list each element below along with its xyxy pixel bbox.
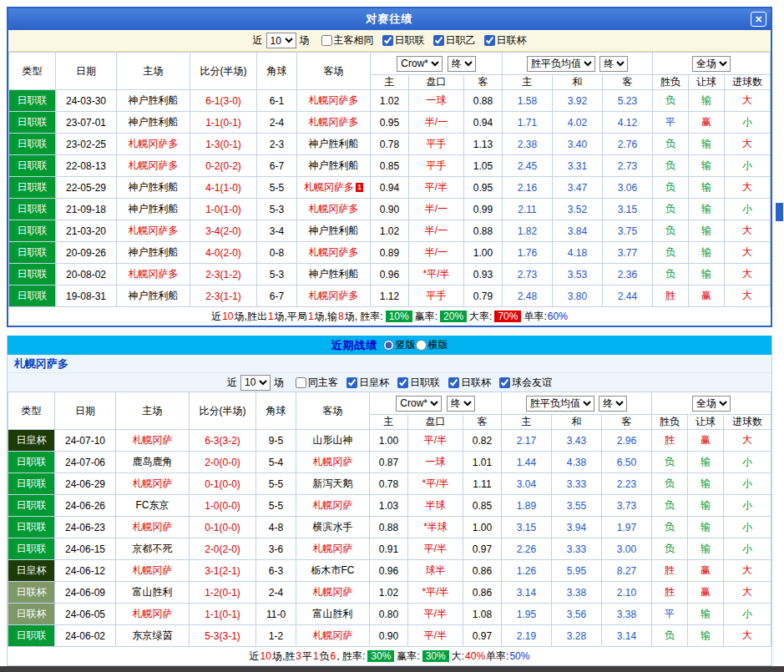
result-goals: 大 <box>724 560 771 582</box>
europe-draw-odds: 3.84 <box>553 220 603 242</box>
summary-segment: 赢率: <box>397 649 419 664</box>
europe-company-select[interactable]: 胜平负均值 <box>527 56 595 72</box>
away-team[interactable]: 札幌冈萨多 <box>297 285 371 307</box>
h2h-filter-option[interactable]: 日职联 <box>382 33 425 48</box>
handicap-home-odds: 0.91 <box>370 538 408 560</box>
summary-segment: 负 <box>320 649 330 664</box>
close-button[interactable]: ✕ <box>751 12 766 27</box>
away-team[interactable]: 札幌冈萨多 <box>297 242 371 264</box>
scrollbar-thumb[interactable] <box>776 203 783 221</box>
home-team[interactable]: FC东京 <box>116 495 190 517</box>
home-team[interactable]: 札幌冈萨 <box>116 604 190 625</box>
home-team[interactable]: 札幌冈萨 <box>116 430 190 452</box>
away-team[interactable]: 札幌冈萨 <box>296 495 370 517</box>
scope-select[interactable]: 全场 <box>692 56 731 72</box>
away-team[interactable]: 横滨水手 <box>296 517 370 538</box>
away-team[interactable]: 神户胜利船 <box>297 134 371 155</box>
h2h-filter-option[interactable]: 日职乙 <box>433 33 476 48</box>
odds-stage-select[interactable]: 终 <box>447 396 475 412</box>
result-wdl: 胜 <box>652 582 688 604</box>
match-row: 日职联24-03-30神户胜利船6-1(3-0)6-1札幌冈萨多1.02一球0.… <box>9 90 771 112</box>
away-team[interactable]: 神户胜利船 <box>297 264 371 285</box>
home-team[interactable]: 神户胜利船 <box>117 242 190 264</box>
away-team[interactable]: 新泻天鹅 <box>296 473 370 495</box>
europe-stage-select[interactable]: 终 <box>599 56 628 72</box>
h2h-filter-option[interactable]: 主客相同 <box>321 33 374 48</box>
home-team[interactable]: 神户胜利船 <box>117 112 190 134</box>
recent-filter-checkbox[interactable] <box>296 377 306 388</box>
result-handicap: 输 <box>688 473 724 495</box>
home-team[interactable]: 札幌冈萨多 <box>117 220 190 242</box>
handicap-away-odds: 1.01 <box>463 452 502 473</box>
home-team[interactable]: 神户胜利船 <box>117 199 190 220</box>
europe-draw-odds: 3.43 <box>552 430 602 452</box>
h2h-filter-checkbox[interactable] <box>321 35 332 46</box>
away-team[interactable]: 山形山神 <box>296 430 370 452</box>
away-team[interactable]: 富山胜利 <box>296 604 370 625</box>
result-wdl: 负 <box>652 495 688 517</box>
away-team[interactable]: 札幌冈萨多 <box>297 90 371 112</box>
result-handicap: 赢 <box>688 582 724 604</box>
recent-match-count-select[interactable]: 10 <box>240 375 271 391</box>
away-team[interactable]: 神户胜利船 <box>297 155 371 177</box>
home-team[interactable]: 札幌冈萨多 <box>117 155 190 177</box>
away-team[interactable]: 栃木市FC <box>296 560 370 582</box>
recent-filter-checkbox[interactable] <box>397 377 408 388</box>
corner-score: 6-3 <box>256 560 296 582</box>
home-team[interactable]: 鹿岛鹿角 <box>116 452 190 473</box>
europe-away-odds: 2.36 <box>603 264 653 285</box>
recent-titlebar: 近期战绩 竖版横版 <box>8 336 771 355</box>
unit-label: 场 <box>300 33 310 48</box>
home-team[interactable]: 东京绿茵 <box>116 625 190 647</box>
recent-filter-option[interactable]: 同主客 <box>296 376 338 390</box>
odds-company-select[interactable]: Crow* <box>396 396 442 412</box>
away-team[interactable]: 神户胜利船 <box>297 220 371 242</box>
view-mode-option[interactable]: 横版 <box>416 338 448 352</box>
h2h-filter-checkbox[interactable] <box>484 35 495 46</box>
h2h-filter-checkbox[interactable] <box>382 35 393 46</box>
europe-draw-odds: 3.28 <box>552 625 602 647</box>
away-team[interactable]: 札幌冈萨 <box>296 452 370 473</box>
view-mode-radio[interactable] <box>383 340 394 351</box>
home-team[interactable]: 札幌冈萨 <box>116 473 190 495</box>
away-team[interactable]: 札幌冈萨 <box>296 538 370 560</box>
europe-away-odds: 8.27 <box>602 560 652 582</box>
recent-filter-option[interactable]: 日皇杯 <box>346 376 389 390</box>
summary-segment: 8 <box>338 311 344 322</box>
recent-filter-checkbox[interactable] <box>448 377 459 388</box>
recent-filter-option[interactable]: 日职联 <box>397 376 440 390</box>
home-team[interactable]: 神户胜利船 <box>117 177 190 199</box>
scope-select[interactable]: 全场 <box>692 396 731 412</box>
result-goals: 小 <box>724 538 771 560</box>
home-team[interactable]: 神户胜利船 <box>117 285 190 307</box>
recent-filter-option[interactable]: 日联杯 <box>448 376 491 390</box>
home-team[interactable]: 札幌冈萨多 <box>117 264 190 285</box>
recent-filter-checkbox[interactable] <box>346 377 357 388</box>
h2h-filter-checkbox[interactable] <box>433 35 444 46</box>
away-team[interactable]: 札幌冈萨多 <box>297 112 371 134</box>
away-team[interactable]: 札幌冈萨多1 <box>297 177 371 199</box>
view-mode-radio[interactable] <box>416 340 427 351</box>
home-team[interactable]: 神户胜利船 <box>117 90 190 112</box>
europe-company-select[interactable]: 胜平负均值 <box>526 396 594 412</box>
europe-home-odds: 1.26 <box>502 560 552 582</box>
recent-filter-option[interactable]: 球会友谊 <box>499 376 552 390</box>
europe-stage-select[interactable]: 终 <box>599 396 627 412</box>
away-team[interactable]: 札幌冈萨 <box>296 625 370 647</box>
europe-home-odds: 2.73 <box>503 264 553 285</box>
home-team[interactable]: 札幌冈萨 <box>116 560 190 582</box>
h2h-filter-option[interactable]: 日联杯 <box>484 33 527 48</box>
odds-stage-select[interactable]: 终 <box>448 56 476 72</box>
away-team[interactable]: 札幌冈萨多 <box>297 199 371 220</box>
h2h-match-count-select[interactable]: 10 <box>266 33 296 48</box>
recent-filter-checkbox[interactable] <box>499 377 510 388</box>
home-team[interactable]: 富山胜利 <box>116 582 190 604</box>
home-team[interactable]: 京都不死 <box>116 538 190 560</box>
odds-company-select[interactable]: Crow* <box>397 56 443 72</box>
europe-home-odds: 2.11 <box>503 199 553 220</box>
home-team[interactable]: 札幌冈萨多 <box>117 134 190 155</box>
home-team[interactable]: 札幌冈萨 <box>116 517 190 538</box>
view-mode-option[interactable]: 竖版 <box>383 338 416 352</box>
away-team[interactable]: 札幌冈萨 <box>296 582 370 604</box>
match-row: 日职联20-09-26神户胜利船4-0(2-0)0-8札幌冈萨多0.89半/一1… <box>9 242 771 264</box>
